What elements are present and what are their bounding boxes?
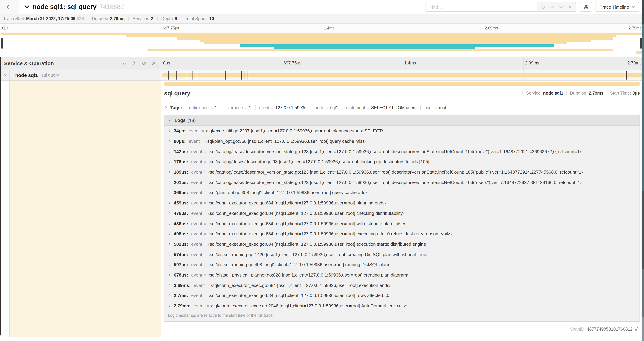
meta-value: 0μs xyxy=(632,91,640,96)
service-color-guide xyxy=(9,81,10,337)
minimap-span-bar xyxy=(240,45,554,47)
log-marker-tick[interactable] xyxy=(244,71,244,80)
log-timestamp: 189μs: xyxy=(174,169,188,175)
tag-value: 1 xyxy=(215,105,217,110)
keyboard-shortcuts-button[interactable]: ⌘ xyxy=(580,2,592,12)
meta-label: Start Time: xyxy=(610,91,631,96)
log-marker-tick[interactable] xyxy=(187,71,187,80)
logs-section: Logs (18) 34μs: event = ‹sql/exec_util.g… xyxy=(164,115,640,322)
back-button[interactable] xyxy=(0,0,20,14)
clear-find-icon[interactable] xyxy=(566,3,574,11)
log-row[interactable]: 80μs: event = ‹sql/plan_opt.go:358 [nsql… xyxy=(164,136,640,146)
log-marker-tick[interactable] xyxy=(625,71,625,80)
jaeger-trace-page: node sql1: sql query 7418682 ⌘ Trace Tim… xyxy=(0,0,644,341)
log-row[interactable]: 366μs: event = ‹sql/plan_opt.go:358 [nsq… xyxy=(164,187,640,198)
logs-list: 34μs: event = ‹sql/exec_util.go:2297 [ns… xyxy=(164,126,640,311)
tags-row[interactable]: Tags: _unfinished = 1 _verbose = xyxy=(164,105,640,110)
log-marker-tick[interactable] xyxy=(225,71,226,80)
log-marker-tick[interactable] xyxy=(241,71,242,80)
chevron-down-icon[interactable] xyxy=(4,73,8,77)
tag-value: root xyxy=(439,105,446,110)
log-row[interactable]: 486μs: event = ‹sql/conn_executor_exec.g… xyxy=(164,218,640,229)
summary-item: Total Spans 10 xyxy=(185,16,214,21)
log-marker-tick[interactable] xyxy=(168,71,168,80)
find-group xyxy=(426,2,576,12)
chevron-right-icon xyxy=(168,201,171,204)
divider xyxy=(157,17,157,21)
detail-span-accent-bar xyxy=(164,82,640,86)
log-equals: = xyxy=(204,221,206,226)
meta-label: Service: xyxy=(526,91,542,96)
next-match-icon[interactable] xyxy=(557,3,565,11)
meta-label: Duration: xyxy=(570,91,588,96)
tag-equals: = xyxy=(244,105,247,110)
expand-all-icon[interactable] xyxy=(151,61,156,66)
minimap-left-scrubber[interactable] xyxy=(1,38,3,49)
log-marker-tick[interactable] xyxy=(246,71,246,80)
log-marker-tick[interactable] xyxy=(193,71,193,80)
tick-label: 0μs xyxy=(2,26,9,30)
log-marker-tick[interactable] xyxy=(248,71,248,80)
minimap-canvas[interactable] xyxy=(0,33,644,54)
find-input[interactable] xyxy=(426,3,537,12)
span-name-cell[interactable]: node sql1 sql query xyxy=(0,70,161,81)
chevron-down-icon[interactable] xyxy=(24,4,30,10)
log-row[interactable]: 34μs: event = ‹sql/exec_util.go:2297 [ns… xyxy=(164,126,640,136)
collapse-all-icon[interactable] xyxy=(142,61,146,66)
log-row[interactable]: 597μs: event = ‹sql/distsql_running.go:4… xyxy=(164,259,640,270)
divider xyxy=(181,17,181,21)
log-row[interactable]: 574μs: event = ‹sql/distsql_running.go:1… xyxy=(164,249,640,259)
prev-match-icon[interactable] xyxy=(548,3,556,11)
log-marker-tick[interactable] xyxy=(279,71,279,80)
chevron-right-icon xyxy=(168,160,171,163)
log-marker-tick[interactable] xyxy=(626,71,627,80)
log-marker-tick[interactable] xyxy=(248,71,249,80)
log-row[interactable]: 476μs: event = ‹sql/conn_executor_exec.g… xyxy=(164,208,640,218)
log-row[interactable]: 142μs: event = ‹sql/catalog/lease/descri… xyxy=(164,146,640,157)
chevron-right-icon xyxy=(168,150,171,153)
span-bar-cell[interactable] xyxy=(161,70,644,81)
tick-label: 2.79ms xyxy=(628,26,642,30)
link-icon[interactable] xyxy=(634,327,639,332)
logs-count: (18) xyxy=(188,118,196,123)
log-marker-tick[interactable] xyxy=(265,71,266,80)
log-equals: = xyxy=(204,211,206,216)
operation-name: sql query xyxy=(42,73,59,78)
service-operation-header: Service & Operation xyxy=(0,57,161,70)
log-marker-tick[interactable] xyxy=(195,71,195,80)
log-field-key: event xyxy=(191,169,202,175)
log-row[interactable]: 2.7ms: event = ‹sql/conn_executor_exec.g… xyxy=(164,290,640,301)
tag-value: 127.0.0.1:59936 xyxy=(275,105,306,110)
log-row[interactable]: 678μs: event = ‹sql/distsql_physical_pla… xyxy=(164,270,640,280)
summary-value: 10 xyxy=(209,16,214,21)
log-row[interactable]: 201μs: event = ‹sql/catalog/lease/descri… xyxy=(164,177,640,187)
log-row[interactable]: 2.69ms: event = ‹sql/conn_executor_exec.… xyxy=(164,280,640,290)
log-marker-tick[interactable] xyxy=(197,71,197,80)
log-marker-tick[interactable] xyxy=(261,71,262,80)
log-marker-tick[interactable] xyxy=(176,71,176,80)
tag-equals: = xyxy=(326,105,328,110)
tag-key: client xyxy=(259,105,269,110)
chevron-right-icon xyxy=(168,294,171,297)
collapse-one-icon[interactable] xyxy=(122,61,127,66)
log-timestamp: 34μs: xyxy=(174,128,186,134)
trace-view-selector[interactable]: Trace Timeline xyxy=(596,2,639,12)
log-timestamp: 574μs: xyxy=(174,252,188,257)
expand-one-icon[interactable] xyxy=(132,61,136,66)
log-row[interactable]: 189μs: event = ‹sql/catalog/lease/descri… xyxy=(164,167,640,177)
chevron-right-icon xyxy=(168,243,171,246)
tag-item: statement = SELECT * FROM users xyxy=(346,105,424,110)
logs-header[interactable]: Logs (18) xyxy=(164,115,640,126)
window-edge-artifact-left xyxy=(0,57,1,335)
log-row[interactable]: 459μs: event = ‹sql/conn_executor_exec.g… xyxy=(164,198,640,208)
log-row[interactable]: 176μs: event = ‹sql/catalog/descs/descri… xyxy=(164,157,640,167)
log-row[interactable]: 2.79ms: event = ‹sql/conn_executor_exec.… xyxy=(164,301,640,311)
locate-match-icon[interactable] xyxy=(539,3,547,11)
log-row[interactable]: 495μs: event = ‹sql/conn_executor_exec.g… xyxy=(164,229,640,239)
log-row[interactable]: 502μs: event = ‹sql/conn_executor_exec.g… xyxy=(164,239,640,249)
log-timestamp: 201μs: xyxy=(174,180,188,185)
log-equals: = xyxy=(204,272,206,278)
log-timestamp: 2.7ms: xyxy=(174,293,188,298)
column-resizer-grip[interactable] xyxy=(158,64,160,68)
logs-footnote: Log timestamps are relative to the start… xyxy=(164,311,640,321)
